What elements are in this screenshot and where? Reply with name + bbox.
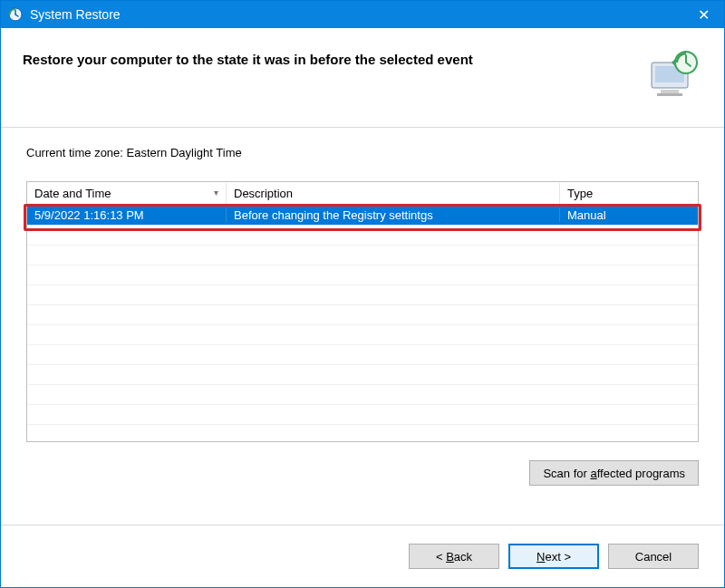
cell-date-and-time: 5/9/2022 1:16:13 PM [27, 208, 227, 222]
window-title: System Restore [30, 7, 121, 22]
wizard-footer: < Back Next > Cancel [1, 525, 724, 587]
restore-points-table: Date and Time ▾ Description Type 5/9/202… [26, 181, 699, 442]
column-header-label: Date and Time [34, 187, 111, 200]
close-icon: ✕ [698, 6, 710, 24]
scan-for-affected-programs-button[interactable]: Scan for affected programs [529, 460, 699, 486]
column-header-date-and-time[interactable]: Date and Time ▾ [27, 183, 227, 204]
table-row[interactable]: 5/9/2022 1:16:13 PMBefore changing the R… [27, 206, 698, 226]
table-row [27, 425, 698, 441]
column-header-type[interactable]: Type [560, 183, 698, 204]
page-heading: Restore your computer to the state it wa… [23, 52, 623, 67]
wizard-header: Restore your computer to the state it wa… [1, 28, 724, 128]
table-row [27, 305, 698, 325]
cell-description: Before changing the Registry settintgs [227, 208, 560, 222]
column-header-label: Type [567, 187, 593, 200]
table-row [27, 226, 698, 246]
wizard-body: Current time zone: Eastern Daylight Time… [1, 128, 724, 525]
table-row [27, 405, 698, 425]
svg-rect-4 [661, 90, 679, 93]
table-row [27, 246, 698, 265]
table-row [27, 385, 698, 405]
cancel-button[interactable]: Cancel [608, 544, 699, 569]
table-row [27, 285, 698, 305]
svg-rect-5 [657, 93, 682, 96]
table-header: Date and Time ▾ Description Type [27, 182, 698, 206]
column-header-label: Description [234, 187, 293, 200]
table-body[interactable]: 5/9/2022 1:16:13 PMBefore changing the R… [27, 206, 698, 441]
table-row [27, 325, 698, 345]
scan-button-row: Scan for affected programs [26, 460, 699, 486]
next-button[interactable]: Next > [508, 544, 599, 569]
window: System Restore ✕ Restore your computer t… [0, 0, 725, 588]
cell-type: Manual [560, 208, 698, 222]
table-row [27, 345, 698, 365]
titlebar[interactable]: System Restore ✕ [1, 1, 724, 28]
column-header-description[interactable]: Description [227, 183, 560, 204]
close-button[interactable]: ✕ [682, 1, 724, 28]
table-row [27, 365, 698, 385]
system-restore-icon [8, 7, 23, 22]
wizard-header-text: Restore your computer to the state it wa… [23, 46, 623, 67]
table-row [27, 265, 698, 285]
system-restore-large-icon [644, 46, 702, 104]
current-timezone-label: Current time zone: Eastern Daylight Time [26, 146, 699, 159]
back-button[interactable]: < Back [409, 544, 499, 569]
sort-indicator-icon: ▾ [214, 188, 218, 198]
